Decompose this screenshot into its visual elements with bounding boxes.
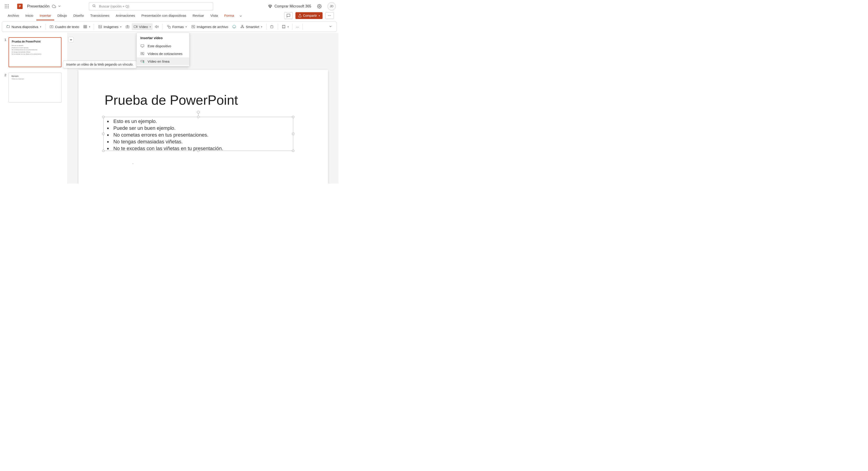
resize-handle[interactable] (102, 133, 104, 135)
audio-button[interactable] (153, 23, 160, 30)
user-avatar[interactable]: JD (328, 2, 336, 10)
svg-point-4 (6, 6, 7, 6)
tab-archivo[interactable]: Archivo (4, 12, 22, 20)
new-slide-button[interactable]: Nueva diapositiva ▾ (4, 23, 43, 30)
svg-line-30 (194, 27, 194, 28)
slide-title[interactable]: Prueba de PowerPoint (105, 92, 238, 108)
content-placeholder[interactable]: Esto es un ejemplo. Puede ser un buen ej… (103, 117, 293, 151)
resize-handle[interactable] (102, 116, 104, 118)
bullet-item[interactable]: No cometas errores en tus presentaciones… (112, 131, 289, 138)
svg-rect-34 (243, 27, 244, 28)
svg-point-29 (193, 26, 194, 27)
separator (266, 24, 267, 30)
slide[interactable]: Prueba de PowerPoint Esto es un ejemplo.… (79, 70, 328, 184)
slide-thumbnail-panel: 1 Prueba de PowerPoint Esto es un ejempl… (0, 33, 68, 184)
tab-dibujo[interactable]: Dibujo (54, 12, 70, 20)
tab-vista[interactable]: Vista (207, 12, 221, 20)
resize-handle[interactable] (197, 116, 199, 118)
search-icon (92, 4, 96, 8)
tab-presentacion[interactable]: Presentación con diapositivas (138, 12, 189, 20)
svg-rect-33 (241, 27, 242, 28)
svg-rect-28 (192, 25, 195, 28)
dropdown-header: Insertar vídeo (137, 35, 189, 42)
comments-button[interactable] (284, 12, 293, 19)
svg-rect-25 (134, 26, 136, 28)
menu-this-device[interactable]: Este dispositivo (137, 42, 189, 50)
slide-canvas[interactable]: Prueba de PowerPoint Esto es un ejemplo.… (68, 33, 338, 184)
svg-point-8 (8, 7, 8, 8)
panel-collapse-toggle[interactable]: ◂▸ (68, 37, 74, 42)
separator (278, 24, 278, 30)
separator (162, 24, 163, 30)
svg-rect-32 (242, 25, 243, 26)
icons-button[interactable] (231, 23, 238, 30)
stock-images-button[interactable]: Imágenes de archivo (189, 23, 230, 30)
svg-point-1 (6, 4, 7, 5)
svg-rect-23 (126, 26, 129, 28)
settings-button[interactable] (315, 2, 323, 10)
menu-stock-videos[interactable]: Vídeos de cotizaciones (137, 50, 189, 57)
thumbnail-2[interactable]: Ejemplo • Este es un ejemplo. (8, 72, 61, 102)
search-input[interactable]: Buscar (opción + Q) (89, 2, 213, 10)
tab-revisar[interactable]: Revisar (189, 12, 207, 20)
tab-animaciones[interactable]: Animaciones (113, 12, 138, 20)
svg-rect-12 (7, 26, 9, 28)
menu-online-video[interactable]: Vídeo en línea (137, 57, 189, 65)
resize-handle[interactable] (197, 150, 199, 152)
cloud-sync-icon (52, 4, 56, 8)
tab-diseno[interactable]: Diseño (70, 12, 87, 20)
header-footer-button[interactable]: ▾ (280, 23, 290, 30)
svg-point-6 (5, 7, 6, 8)
buy-365-button[interactable]: Comprar Microsoft 365 (268, 4, 311, 8)
tab-forma[interactable]: Forma (221, 12, 237, 20)
shapes-button[interactable]: Formas ▾ (165, 23, 188, 30)
svg-point-0 (5, 4, 6, 5)
svg-rect-27 (168, 26, 170, 28)
svg-rect-49 (141, 60, 143, 62)
bullet-item[interactable]: Puede ser un buen ejemplo. (112, 125, 289, 131)
app-launcher-icon[interactable] (3, 2, 11, 10)
svg-point-47 (142, 53, 143, 54)
tabs-overflow[interactable] (237, 13, 244, 20)
tab-insertar[interactable]: Insertar (36, 12, 54, 20)
separator (94, 24, 94, 30)
ribbon-right: Compartir ▾ ··· (284, 12, 334, 20)
thumbnail-1[interactable]: Prueba de PowerPoint Esto es un ejemplo.… (8, 37, 61, 67)
ribbon-expand-toggle[interactable] (327, 24, 334, 30)
table-button[interactable]: ▾ (82, 23, 92, 30)
resize-handle[interactable] (102, 150, 104, 152)
resize-handle[interactable] (292, 150, 294, 152)
share-button[interactable]: Compartir ▾ (296, 12, 322, 19)
separator (292, 24, 292, 30)
svg-point-5 (8, 6, 8, 6)
thumbnail-number: 2 (3, 72, 6, 102)
ribbon-more-button[interactable]: ··· (325, 12, 334, 19)
chevron-down-icon: ▾ (150, 26, 151, 28)
more-commands-button[interactable]: ··· (295, 24, 301, 30)
images-button[interactable]: Imágenes ▾ (96, 23, 123, 30)
resize-handle[interactable] (292, 116, 294, 118)
bullet-item[interactable]: No te excedas con las viñetas en tu pres… (112, 145, 289, 152)
svg-line-48 (143, 54, 143, 55)
file-title[interactable]: Presentación (27, 4, 50, 8)
svg-point-11 (319, 6, 320, 7)
tab-inicio[interactable]: Inicio (22, 12, 36, 20)
svg-rect-44 (141, 45, 144, 47)
chevron-down-icon: ▾ (261, 26, 262, 28)
tab-transiciones[interactable]: Transiciones (87, 12, 112, 20)
title-bar: P Presentación Buscar (opción + Q) Compr… (0, 0, 338, 12)
file-title-dropdown[interactable] (58, 4, 61, 8)
smartart-button[interactable]: SmartArt ▾ (239, 23, 264, 30)
powerpoint-icon: P (17, 4, 23, 9)
bullet-item[interactable]: Esto es un ejemplo. (112, 118, 289, 125)
bullet-list[interactable]: Esto es un ejemplo. Puede ser un buen ej… (103, 117, 293, 152)
rotate-handle[interactable] (197, 111, 199, 114)
bullet-item[interactable]: No tengas demasiadas viñetas. (112, 138, 289, 145)
addins-button[interactable] (269, 23, 276, 30)
video-button[interactable]: Vídeo ▾ (132, 23, 153, 30)
svg-point-22 (99, 26, 100, 27)
camera-button[interactable] (124, 23, 131, 30)
svg-point-7 (6, 7, 7, 8)
text-box-button[interactable]: Cuadro de texto (48, 23, 81, 30)
resize-handle[interactable] (292, 133, 294, 135)
